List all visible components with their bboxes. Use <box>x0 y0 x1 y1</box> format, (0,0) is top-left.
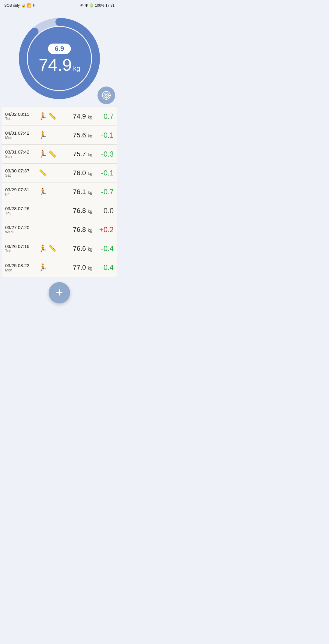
row-datetime: 03/30 07:37 Sat <box>5 168 39 178</box>
row-day: Fri <box>5 192 39 196</box>
row-icons: 🏃 📏 <box>39 245 61 253</box>
row-delta: -0.4 <box>94 263 114 272</box>
svg-point-5 <box>105 94 107 96</box>
weight-unit: kg <box>73 65 80 72</box>
row-weight: 74.9 kg <box>61 112 94 120</box>
run-icon: 🏃 <box>39 150 47 158</box>
table-row[interactable]: 04/02 08:15 Tue 🏃 📏 74.9 kg -0.7 <box>2 107 117 126</box>
status-icons: 🔒 📶 ⬇ <box>21 3 36 8</box>
row-datetime: 04/02 08:15 Tue <box>5 111 39 121</box>
tape-measure-icon: 📏 <box>48 150 56 158</box>
row-date: 03/26 07:16 <box>5 244 39 249</box>
plus-icon: + <box>56 286 63 299</box>
table-row[interactable]: 03/26 07:16 Tue 🏃 📏 76.6 kg -0.4 <box>2 239 117 258</box>
row-date: 03/25 08:22 <box>5 263 39 268</box>
row-unit: kg <box>88 247 92 252</box>
row-weight: 75.7 kg <box>61 150 94 158</box>
table-row[interactable]: 03/28 07:26 Thu 76.8 kg 0.0 <box>2 201 117 220</box>
row-icons: 🏃 <box>39 131 61 139</box>
table-row[interactable]: 03/25 08:22 Mon 🏃 77.0 kg -0.4 <box>2 258 117 277</box>
row-datetime: 03/31 07:42 Sun <box>5 149 39 159</box>
row-delta: -0.4 <box>94 244 114 253</box>
table-row[interactable]: 03/27 07:20 Wed 76.8 kg +0.2 <box>2 220 117 239</box>
row-unit: kg <box>88 133 92 138</box>
row-icons: 🏃 <box>39 188 61 196</box>
row-unit: kg <box>88 190 92 195</box>
row-day: Sun <box>5 154 39 159</box>
row-datetime: 03/26 07:16 Tue <box>5 244 39 253</box>
row-delta: -0.1 <box>94 131 114 140</box>
row-day: Tue <box>5 249 39 253</box>
weight-table: 04/02 08:15 Tue 🏃 📏 74.9 kg -0.7 04/01 0… <box>2 107 117 277</box>
row-unit: kg <box>88 228 92 233</box>
row-date: 03/31 07:42 <box>5 149 39 154</box>
row-weight: 76.0 kg <box>61 169 94 177</box>
row-weight: 76.1 kg <box>61 188 94 196</box>
row-date: 04/01 07:42 <box>5 130 39 136</box>
add-button[interactable]: + <box>49 282 70 303</box>
row-unit: kg <box>88 209 92 214</box>
run-icon: 🏃 <box>39 112 47 120</box>
chart-area: 6.9 74.9 kg <box>0 11 119 104</box>
row-day: Mon <box>5 136 39 140</box>
row-day: Tue <box>5 117 39 121</box>
bluetooth-icon: ✱ <box>85 3 88 8</box>
row-weight: 76.6 kg <box>61 245 94 253</box>
run-icon: 🏃 <box>39 188 47 196</box>
row-weight: 77.0 kg <box>61 264 94 271</box>
row-date: 03/30 07:37 <box>5 168 39 173</box>
row-weight: 75.6 kg <box>61 131 94 139</box>
main-weight-display: 74.9 kg <box>39 56 80 73</box>
row-icons: 🏃 <box>39 264 61 271</box>
row-day: Sat <box>5 173 39 178</box>
row-datetime: 03/25 08:22 Mon <box>5 263 39 272</box>
time-text: 100% 17:31 <box>95 3 115 8</box>
battery-icon: 🔋 <box>89 3 94 8</box>
row-unit: kg <box>88 171 92 176</box>
row-day: Mon <box>5 268 39 272</box>
table-row[interactable]: 04/01 07:42 Mon 🏃 75.6 kg -0.1 <box>2 126 117 145</box>
row-icons: 📏 <box>39 169 61 177</box>
row-delta: -0.7 <box>94 188 114 196</box>
row-day: Wed <box>5 230 39 234</box>
run-icon: 🏃 <box>39 245 47 253</box>
badge-value: 6.9 <box>48 44 71 54</box>
sos-text: SOS only <box>4 3 20 8</box>
table-row[interactable]: 03/29 07:31 Fri 🏃 76.1 kg -0.7 <box>2 182 117 201</box>
row-icons: 🏃 📏 <box>39 112 61 120</box>
target-icon <box>101 90 111 100</box>
row-delta: -0.7 <box>94 112 114 121</box>
donut-center: 6.9 74.9 kg <box>39 44 80 73</box>
row-delta: -0.1 <box>94 169 114 177</box>
row-weight: 76.8 kg <box>61 226 94 234</box>
status-bar: SOS only 🔒 📶 ⬇ 👁 ✱ 🔋 100% 17:31 <box>0 0 119 11</box>
target-button[interactable] <box>97 87 115 104</box>
table-row[interactable]: 03/30 07:37 Sat 📏 76.0 kg -0.1 <box>2 164 117 182</box>
run-icon: 🏃 <box>39 131 47 139</box>
status-right: 👁 ✱ 🔋 100% 17:31 <box>80 3 115 8</box>
row-unit: kg <box>88 152 92 157</box>
tape-measure-icon: 📏 <box>39 169 47 177</box>
row-icons: 🏃 📏 <box>39 150 61 158</box>
row-datetime: 04/01 07:42 Mon <box>5 130 39 140</box>
svg-point-3 <box>102 91 110 99</box>
row-date: 04/02 08:15 <box>5 111 39 117</box>
row-weight: 76.8 kg <box>61 207 94 215</box>
donut-chart: 6.9 74.9 kg <box>17 16 102 101</box>
table-row[interactable]: 03/31 07:42 Sun 🏃 📏 75.7 kg -0.3 <box>2 145 117 164</box>
row-delta: 0.0 <box>94 207 114 215</box>
row-datetime: 03/27 07:20 Wed <box>5 225 39 234</box>
row-date: 03/29 07:31 <box>5 187 39 192</box>
row-unit: kg <box>88 266 92 271</box>
eye-icon: 👁 <box>80 3 84 8</box>
row-datetime: 03/29 07:31 Fri <box>5 187 39 196</box>
svg-point-4 <box>104 93 109 98</box>
weight-value: 74.9 <box>39 55 72 74</box>
row-datetime: 03/28 07:26 Thu <box>5 206 39 215</box>
tape-measure-icon: 📏 <box>48 245 56 253</box>
row-unit: kg <box>88 115 92 119</box>
row-delta: +0.2 <box>94 225 114 234</box>
row-date: 03/28 07:26 <box>5 206 39 211</box>
run-icon: 🏃 <box>39 264 47 271</box>
status-left: SOS only 🔒 📶 ⬇ <box>4 3 35 8</box>
